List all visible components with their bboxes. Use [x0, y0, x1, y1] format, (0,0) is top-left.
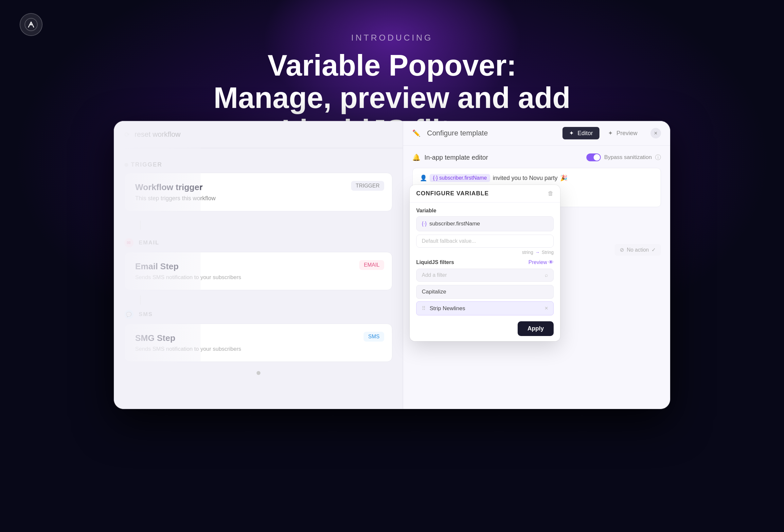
preview-text: Preview	[528, 259, 547, 265]
editor-header: ✏️ Configure template ✦ Editor ✦ Preview…	[403, 121, 670, 146]
bypass-toggle[interactable]: Bypass sanitization ⓘ	[586, 153, 661, 161]
email-node[interactable]: EMAIL Email Step Sends SMS notification …	[124, 252, 392, 290]
tab-editor-icon: ✦	[569, 130, 574, 136]
email-node-title: Email Step	[135, 261, 382, 272]
strip-newlines-label: Strip Newlines	[430, 305, 465, 312]
editor-tabs: ✦ Editor ✦ Preview	[562, 127, 644, 139]
toggle-thumb	[593, 154, 600, 161]
variable-icon: {·}	[433, 175, 438, 181]
template-editor-area: 🔔 In-app template editor Bypass sanitiza…	[403, 146, 670, 409]
email-badge: EMAIL	[359, 260, 384, 270]
add-filter-text: Add a filter	[422, 272, 447, 278]
email-section-label: ✉ EMAIL	[124, 238, 392, 247]
variable-input-display: {·} subscriber.firstName	[416, 216, 554, 231]
type-arrow: →	[535, 250, 539, 255]
popover-body: Variable {·} subscriber.firstName Defaul…	[410, 202, 560, 341]
apply-button-container: Apply	[416, 320, 554, 336]
introducing-label: INTRODUCING	[196, 33, 588, 43]
email-node-desc: Sends SMS notification to your subscribe…	[135, 274, 382, 281]
close-button[interactable]: ×	[650, 128, 661, 138]
screen-inner: ⟳ reset workflow TRIGGER TRIGGER Workflo…	[114, 121, 670, 409]
drag-handle-icon: ⠿	[422, 305, 426, 311]
logo	[20, 13, 43, 36]
capitalize-label: Capitalize	[422, 288, 446, 295]
variable-field-label: Variable	[416, 208, 554, 214]
delete-icon[interactable]: 🗑	[548, 190, 554, 197]
trigger-badge: TRIGGER	[351, 181, 384, 191]
screen-container: ⟳ reset workflow TRIGGER TRIGGER Workflo…	[114, 121, 670, 409]
content-after-variable: invited you to Novu party	[493, 175, 558, 181]
sms-section-label: 💬 SMS	[124, 310, 392, 319]
type-from: string	[522, 250, 533, 255]
in-app-header: 🔔 In-app template editor Bypass sanitiza…	[412, 153, 661, 161]
search-icon: ⌕	[545, 272, 548, 278]
left-panel-title: ⟳ reset workflow	[124, 130, 180, 138]
filters-section: LiquidJS filters Preview 👁 Add a filter …	[416, 259, 554, 315]
email-icon: ✉	[124, 238, 134, 247]
filter-capitalize[interactable]: Capitalize	[416, 285, 554, 299]
filter-strip-newlines[interactable]: ⠿ Strip Newlines ×	[416, 301, 554, 315]
popover-header-title: CONFIGURE VARIABLE	[416, 190, 544, 197]
sms-node-title: SMG Step	[135, 333, 382, 343]
main-title-line1: Variable Popover:	[268, 49, 516, 82]
connector-line-1	[140, 221, 141, 230]
left-panel: ⟳ reset workflow TRIGGER TRIGGER Workflo…	[114, 121, 403, 409]
configure-template-title: Configure template	[427, 129, 556, 137]
no-action-badge: ⊘ No action ✓	[615, 244, 661, 255]
preview-icon: 👁	[549, 259, 554, 265]
popover-header: CONFIGURE VARIABLE 🗑	[410, 185, 560, 202]
var-icon: {·}	[422, 221, 427, 227]
filters-label: LiquidJS filters	[416, 259, 454, 265]
sms-section: 💬 SMS SMS SMG Step Sends SMS notificatio…	[124, 310, 392, 364]
type-badge-area: string → String	[416, 250, 554, 255]
variable-chip-firstname[interactable]: {·} subscriber.firstName	[430, 174, 490, 182]
filter-strip-newlines-inner: ⠿ Strip Newlines	[422, 305, 465, 312]
variable-name-text: subscriber.firstName	[439, 175, 487, 181]
svg-point-1	[30, 24, 32, 26]
variable-popover: CONFIGURE VARIABLE 🗑 Variable {·} subscr…	[410, 185, 560, 341]
fallback-input[interactable]: Default fallback value...	[416, 234, 554, 248]
sms-badge: SMS	[364, 332, 384, 342]
avatar-small: 👤	[420, 174, 427, 181]
filter-remove-icon[interactable]: ×	[544, 305, 548, 312]
toggle-switch[interactable]	[586, 153, 601, 161]
center-indicator	[124, 371, 392, 375]
no-action-text: No action	[626, 247, 649, 253]
logo-icon	[20, 13, 43, 36]
variable-value-text: subscriber.firstName	[429, 221, 480, 227]
no-action-icon: ⊘	[620, 247, 624, 253]
content-line: 👤 {·} subscriber.firstName invited you t…	[420, 174, 653, 182]
filters-header: LiquidJS filters Preview 👁	[416, 259, 554, 265]
sms-icon: 💬	[124, 310, 134, 319]
right-panel: ✏️ Configure template ✦ Editor ✦ Preview…	[403, 121, 670, 409]
trigger-section: TRIGGER TRIGGER Workflow trigger This st…	[124, 161, 392, 214]
workflow-content: TRIGGER TRIGGER Workflow trigger This st…	[114, 148, 403, 388]
apply-button[interactable]: Apply	[517, 321, 554, 336]
no-action-check: ✓	[651, 247, 656, 253]
trigger-node[interactable]: TRIGGER Workflow trigger This step trigg…	[124, 173, 392, 212]
trigger-node-title: Workflow trigger	[135, 182, 382, 192]
preview-label: Preview 👁	[528, 259, 554, 265]
sms-node-desc: Sends SMS notification to your subscribe…	[135, 346, 382, 353]
tab-editor[interactable]: ✦ Editor	[562, 127, 599, 139]
trigger-node-desc: This step triggers this workflow	[135, 195, 382, 202]
left-panel-header: ⟳ reset workflow	[114, 121, 403, 148]
filter-search[interactable]: Add a filter ⌕	[416, 269, 554, 282]
tab-preview[interactable]: ✦ Preview	[601, 127, 644, 139]
party-emoji: 🎉	[560, 174, 567, 181]
trigger-section-label: TRIGGER	[124, 161, 392, 168]
in-app-title: In-app template editor	[424, 154, 488, 161]
connector-line-2	[140, 296, 141, 305]
tab-preview-icon: ✦	[608, 130, 613, 136]
sms-node[interactable]: SMS SMG Step Sends SMS notification to y…	[124, 324, 392, 362]
info-icon: ⓘ	[655, 153, 661, 161]
bypass-label: Bypass sanitization	[604, 154, 652, 161]
email-section: ✉ EMAIL EMAIL Email Step Sends SMS notif…	[124, 238, 392, 293]
type-to: String	[541, 250, 554, 255]
fallback-placeholder-text: Default fallback value...	[422, 238, 476, 244]
